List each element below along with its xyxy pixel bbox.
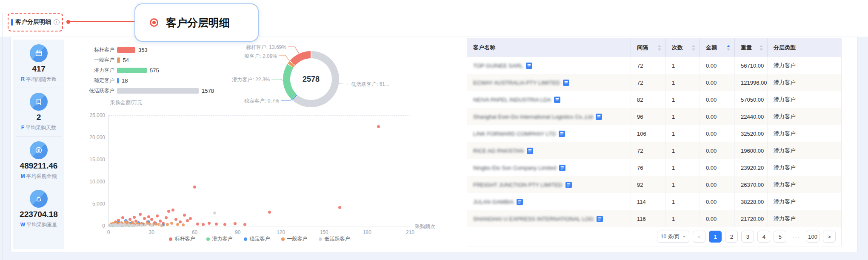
page-button-2[interactable]: 2 (725, 231, 738, 243)
table-cell: 32520.00 (735, 125, 768, 142)
table-cell: 潜力客户 (768, 125, 835, 142)
customer-name[interactable]: JULAN GAMBIA (473, 199, 514, 205)
kpi-value: 489211.46 (20, 161, 58, 171)
table-row[interactable]: JULAN GAMBIA11410.0038228.00潜力客户 (467, 193, 841, 210)
scatter-point (159, 220, 162, 223)
customer-info-icon[interactable] (559, 131, 565, 137)
column-header[interactable]: 次数 (666, 38, 700, 57)
legend-label: 低活跃客户 (325, 235, 350, 243)
customer-info-icon[interactable] (527, 148, 533, 154)
customer-tier-dashboard: 417 R平均间隔天数 2 F平均采购天数 489211.46 M平均采购金额 … (0, 0, 868, 260)
page-button-3[interactable]: 3 (741, 231, 754, 243)
customer-name[interactable]: RICE AG PAKISTAN (473, 148, 524, 154)
scatter-point (136, 224, 139, 227)
scatter-point (196, 223, 199, 226)
sort-icon[interactable] (692, 45, 695, 51)
table-cell: 潜力客户 (768, 193, 835, 210)
kpi-label: F平均采购天数 (21, 124, 56, 131)
scatter-point (186, 219, 189, 222)
customer-name[interactable]: SHANGHAI U EXPRESS INTERNATIONAL LOG (473, 216, 594, 222)
legend-item[interactable]: 一般客户 (281, 235, 308, 243)
customer-info-icon[interactable] (563, 80, 569, 86)
table-row[interactable]: LINK FORWARD COMPANY LTD10610.0032520.00… (467, 125, 841, 142)
y-tick-label: 10,000 (80, 179, 105, 185)
table-cell: 潜力客户 (768, 108, 835, 125)
table-cell: 23920.20 (735, 159, 768, 176)
customer-name[interactable]: LINK FORWARD COMPANY LTD (473, 131, 556, 137)
bar-row: 潜力客户575 (74, 65, 252, 75)
page-button-100[interactable]: 100 (806, 231, 819, 243)
customer-info-icon[interactable] (596, 114, 602, 120)
customer-name-cell: SHANGHAI U EXPRESS INTERNATIONAL LOG (467, 210, 631, 227)
customer-info-icon[interactable] (597, 216, 603, 222)
y-tick-label: 0 (80, 223, 105, 229)
customer-name-cell: Shanghai Ever-Do International Logistics… (467, 108, 631, 125)
bar-value: 353 (138, 47, 148, 53)
table-row[interactable]: Ningbo Elo Son Company Limited7610.00239… (467, 159, 841, 176)
kpi-label: W平均采购重量 (20, 221, 57, 229)
customer-info-icon[interactable] (559, 165, 565, 171)
x-tick-label: 150 (315, 229, 332, 235)
bullseye-icon (150, 18, 158, 27)
info-icon[interactable]: ! (54, 19, 60, 25)
table-cell: 22440.00 (735, 108, 768, 125)
column-header[interactable]: 间隔 (631, 38, 666, 57)
page-button-4[interactable]: 4 (757, 231, 770, 243)
column-header-label: 间隔 (631, 44, 648, 51)
table-cell: 116 (631, 210, 666, 227)
table-row[interactable]: SHANGHAI U EXPRESS INTERNATIONAL LOG1161… (467, 210, 841, 227)
sort-icon[interactable] (658, 45, 661, 51)
column-header[interactable]: 重量 (735, 38, 768, 57)
table-row[interactable]: ECWAY AUSTRALIA PTY LIMITED7210.00121996… (467, 74, 841, 91)
prev-page-button[interactable]: < (693, 231, 705, 243)
customer-name[interactable]: Shanghai Ever-Do International Logistics… (473, 114, 593, 120)
scatter-point (150, 224, 153, 227)
page-button-1[interactable]: 1 (709, 231, 722, 243)
table-cell: 19600.00 (735, 142, 768, 159)
customer-name[interactable]: TOP GUINEE SARL (473, 63, 523, 69)
column-header[interactable]: 金额 (700, 38, 735, 57)
table-cell: 潜力客户 (768, 57, 835, 74)
bar-value: 54 (123, 57, 129, 63)
customer-info-icon[interactable] (517, 199, 523, 205)
table-row[interactable]: TOP GUINEE SARL7210.0056710.00潜力客户 (467, 57, 841, 74)
customer-info-icon[interactable] (526, 63, 532, 69)
table-row[interactable]: Shanghai Ever-Do International Logistics… (467, 108, 841, 125)
table-cell: 106 (631, 125, 666, 142)
kpi-value: 223704.18 (20, 210, 58, 219)
sort-icon[interactable] (760, 45, 763, 51)
table-row[interactable]: RICE AG PAKISTAN7210.0019600.00潜力客户 (467, 142, 841, 159)
calendar-icon (30, 44, 48, 62)
legend-label: 一般客户 (287, 235, 308, 243)
legend-item[interactable]: 稳定客户 (244, 235, 270, 243)
legend-item[interactable]: 标杆客户 (169, 235, 195, 243)
customer-info-icon[interactable] (565, 182, 572, 188)
more-pages-button[interactable]: ··· (790, 231, 802, 243)
table-cell: 0.00 (700, 159, 735, 176)
sort-icon[interactable] (727, 45, 730, 51)
section-title-badge: 客户分层明细 ! (8, 13, 63, 31)
table-cell: 0.00 (700, 108, 735, 125)
customer-name[interactable]: ECWAY AUSTRALIA PTY LIMITED (473, 80, 560, 86)
customer-info-icon[interactable] (554, 97, 560, 103)
page-left-divider (2, 13, 3, 260)
customer-name[interactable]: Ningbo Elo Son Company Limited (473, 165, 556, 171)
next-page-button[interactable]: > (823, 231, 836, 243)
scatter-point (174, 218, 177, 221)
page-button-5[interactable]: 5 (774, 231, 786, 243)
table-cell: 76 (631, 159, 666, 176)
page-size-select[interactable]: 10 条/页 (657, 231, 689, 243)
scatter-point (215, 223, 218, 226)
scatter-y-axis (108, 115, 108, 226)
x-tick-label: 120 (272, 229, 289, 235)
legend-item[interactable]: 低活跃客户 (319, 235, 350, 243)
customer-name[interactable]: NEIVA PAPEL INDUSTRIA LDA (473, 97, 551, 103)
bar-category-label: 稳定客户 (74, 77, 114, 84)
legend-item[interactable]: 潜力客户 (206, 235, 233, 243)
table-row[interactable]: FREIGHT JUNCTION PTY LIMITED9210.0026370… (467, 176, 841, 193)
table-cell: 72 (631, 142, 666, 159)
bar-value: 18 (122, 77, 128, 84)
table-row[interactable]: NEIVA PAPEL INDUSTRIA LDA8210.0057050.00… (467, 91, 841, 108)
customer-name[interactable]: FREIGHT JUNCTION PTY LIMITED (473, 182, 562, 188)
legend-label: 稳定客户 (250, 235, 270, 243)
